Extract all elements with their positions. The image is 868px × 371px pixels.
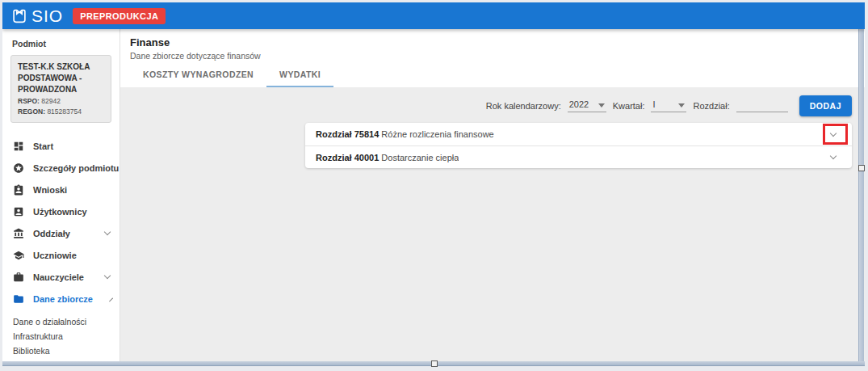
chevron-down-icon: [104, 272, 111, 279]
dropdown-caret-icon: [678, 103, 685, 108]
entity-section-label: Podmiot: [2, 29, 120, 48]
accordion-row-75814[interactable]: Rozdział 75814 Różne rozliczenia finanso…: [305, 123, 852, 145]
sidebar-item-oddzialy[interactable]: Oddziały: [2, 222, 120, 244]
sidebar-subitem-infrastruktura[interactable]: Infrastruktura: [2, 329, 120, 344]
tab-wydatki[interactable]: WYDATKI: [266, 70, 333, 87]
sidebar-subitem-biblioteka[interactable]: Biblioteka: [2, 344, 120, 358]
dropdown-caret-icon: [598, 103, 605, 108]
sidebar-item-uczniowie[interactable]: Uczniowie: [2, 244, 120, 266]
sidebar-menu: Start Szczegóły podmiotu Wnioski: [2, 131, 120, 361]
sidebar-item-uzytkownicy[interactable]: Użytkownicy: [2, 200, 120, 222]
sidebar-item-nauczyciele[interactable]: Nauczyciele: [2, 266, 120, 288]
sidebar-submenu-dane-zbiorcze: Dane o działalności Infrastruktura Bibli…: [2, 310, 120, 361]
quarter-select[interactable]: I: [651, 99, 686, 112]
sio-logo[interactable]: SIO: [10, 7, 63, 25]
quarter-value: I: [652, 99, 673, 109]
year-value: 2022: [569, 99, 593, 109]
app-header: SIO PREPRODUKCJA: [2, 2, 865, 29]
vertical-scrollbar-handle[interactable]: [858, 165, 865, 171]
sidebar-item-label: Uczniowie: [33, 251, 77, 260]
tab-content: Rok kalendarzowy: 2022 Kwartał: I Rozdzi…: [120, 87, 865, 361]
bank-icon: [12, 227, 24, 239]
chapter-input[interactable]: [736, 99, 788, 112]
main-area: Finanse Dane zbiorcze dotyczące finansów…: [120, 29, 865, 361]
sidebar-item-dane-zbiorcze[interactable]: Dane zbiorcze: [2, 288, 120, 310]
app-window: SIO PREPRODUKCJA Podmiot TEST-K.K SZKOŁA…: [2, 2, 865, 361]
sidebar-subitem-label: Infrastruktura: [13, 331, 63, 341]
briefcase-icon: [12, 271, 24, 283]
chevron-up-icon: [109, 298, 113, 302]
row-text: Rozdział 75814 Różne rozliczenia finanso…: [316, 129, 494, 139]
tab-koszty-wynagrodzen[interactable]: KOSZTY WYNAGRODZEN: [130, 70, 266, 87]
sidebar-item-label: Oddziały: [33, 229, 70, 238]
horizontal-scrollbar[interactable]: [2, 361, 865, 366]
star-circle-icon: [12, 162, 24, 174]
sidebar-subitem-label: Dane o działalności: [13, 317, 86, 327]
year-label: Rok kalendarzowy:: [486, 101, 561, 111]
vertical-scrollbar[interactable]: [858, 29, 864, 362]
sidebar-item-szczegoly-podmiotu[interactable]: Szczegóły podmiotu: [2, 157, 120, 179]
sidebar-item-wnioski[interactable]: Wnioski: [2, 179, 120, 200]
chapter-code: Rozdział 40001: [316, 153, 379, 162]
chapter-label: Rozdział:: [693, 101, 729, 111]
screenshot-frame: SIO PREPRODUKCJA Podmiot TEST-K.K SZKOŁA…: [0, 0, 868, 371]
sidebar-subitem-label: Biblioteka: [13, 346, 50, 356]
dashboard-icon: [12, 140, 24, 152]
graduation-cap-icon: [12, 249, 24, 261]
sidebar-subitem-dane-o-dzialalnosci[interactable]: Dane o działalności: [2, 314, 120, 329]
sidebar-item-label: Start: [33, 141, 53, 151]
chevron-down-icon: [830, 129, 837, 136]
sidebar-item-label: Dane zbiorcze: [33, 294, 93, 304]
accordion-row-40001[interactable]: Rozdział 40001 Dostarczanie ciepła: [305, 145, 852, 168]
sio-book-icon: [10, 7, 28, 25]
folder-icon: [12, 293, 24, 305]
sidebar-item-label: Użytkownicy: [33, 207, 87, 217]
entity-regon: REGON: 815283754: [18, 107, 104, 116]
entity-name-line1: TEST-K.K SZKOŁA: [18, 61, 104, 73]
chevron-down-icon: [830, 153, 837, 159]
logo-text: SIO: [31, 7, 63, 24]
environment-badge: PREPRODUKCJA: [73, 8, 166, 24]
sidebar-item-label: Szczegóły podmiotu: [33, 163, 119, 173]
row-text: Rozdział 40001 Dostarczanie ciepła: [316, 153, 459, 162]
add-button[interactable]: DODAJ: [799, 95, 852, 116]
chapter-description: Dostarczanie ciepła: [381, 153, 459, 162]
rspo-label: RSPO:: [18, 97, 40, 105]
entity-rspo: RSPO: 82942: [18, 96, 104, 106]
user-card-icon: [12, 205, 24, 217]
sidebar: Podmiot TEST-K.K SZKOŁA PODSTAWOWA - PRO…: [2, 29, 120, 361]
entity-name-line2: PODSTAWOWA - PROWADZONA: [18, 73, 104, 95]
chevron-down-icon: [104, 229, 111, 235]
chapter-code: Rozdział 75814: [316, 129, 379, 139]
expand-row-button[interactable]: [823, 149, 844, 167]
rspo-value: 82942: [41, 97, 61, 105]
page-subtitle: Dane zbiorcze dotyczące finansów: [130, 51, 865, 61]
regon-label: REGON:: [18, 108, 45, 116]
horizontal-scrollbar-handle[interactable]: [431, 360, 438, 367]
year-select[interactable]: 2022: [568, 99, 606, 112]
regon-value: 815283754: [47, 108, 82, 116]
sidebar-item-label: Nauczyciele: [33, 272, 84, 282]
chapters-accordion: Rozdział 75814 Różne rozliczenia finanso…: [305, 123, 852, 168]
expand-row-button[interactable]: [823, 125, 844, 143]
quarter-label: Kwartał:: [613, 101, 645, 111]
page-title: Finanse: [130, 36, 865, 48]
page-header: Finanse Dane zbiorcze dotyczące finansów…: [120, 29, 865, 87]
sidebar-item-label: Wnioski: [33, 185, 67, 195]
person-badge-icon: [12, 183, 24, 196]
tabs: KOSZTY WYNAGRODZEN WYDATKI: [130, 70, 865, 87]
sidebar-item-start[interactable]: Start: [2, 135, 120, 157]
entity-card: TEST-K.K SZKOŁA PODSTAWOWA - PROWADZONA …: [10, 55, 111, 123]
chapter-description: Różne rozliczenia finansowe: [381, 129, 493, 139]
filter-bar: Rok kalendarzowy: 2022 Kwartał: I Rozdzi…: [120, 95, 852, 116]
